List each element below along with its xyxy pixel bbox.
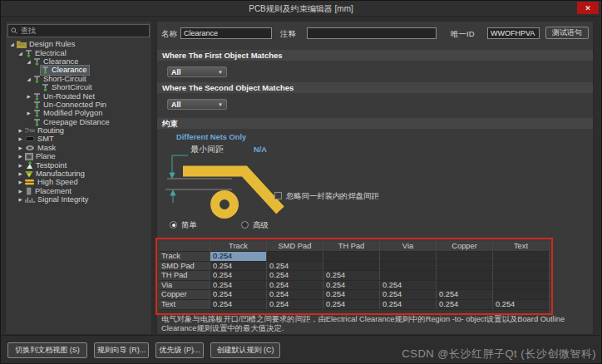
name-input[interactable] bbox=[180, 27, 272, 39]
tree-item-manufacturing[interactable]: ▶Manufacturing bbox=[6, 170, 151, 178]
priorities-button[interactable]: 优先级 (P)... bbox=[155, 342, 204, 358]
matrix-cell-smd-pad-via[interactable] bbox=[380, 262, 437, 272]
matrix-cell-text-smd-pad[interactable]: 0.254 bbox=[267, 300, 323, 310]
tree-item-smt[interactable]: ▶SMT bbox=[6, 135, 151, 143]
matrix-cell-smd-pad-text[interactable] bbox=[493, 262, 550, 272]
matrix-cell-th-pad-track[interactable]: 0.254 bbox=[210, 271, 267, 281]
expander-collapsed-icon[interactable]: ▶ bbox=[17, 170, 24, 178]
tree-item-un-connected-pin[interactable]: Un-Connected Pin bbox=[6, 101, 151, 109]
matrix-cell-copper-track[interactable]: 0.254 bbox=[210, 290, 267, 300]
first-scope-select[interactable]: All ▼ bbox=[167, 66, 227, 77]
tree-node[interactable]: Un-Routed Net bbox=[32, 91, 97, 100]
tree-item-placement[interactable]: ▶Placement bbox=[6, 187, 151, 195]
matrix-cell-smd-pad-smd-pad[interactable]: 0.254 bbox=[267, 262, 323, 272]
search-input[interactable] bbox=[19, 26, 149, 36]
switch-to-document-view-button[interactable]: 切换到文档视图 (S) bbox=[7, 342, 87, 358]
comment-input[interactable] bbox=[307, 27, 437, 39]
search-box[interactable] bbox=[7, 24, 150, 37]
matrix-cell-track-via[interactable] bbox=[380, 252, 437, 262]
matrix-cell-track-smd-pad[interactable] bbox=[267, 252, 323, 262]
tree-item-shortcircuit[interactable]: ShortCircuit bbox=[6, 83, 151, 91]
simple-mode-radio[interactable] bbox=[170, 221, 177, 229]
tree-node[interactable]: Testpoint bbox=[24, 160, 69, 169]
second-scope-select[interactable]: All ▼ bbox=[167, 99, 227, 110]
expander-collapsed-icon[interactable]: ▶ bbox=[17, 135, 24, 143]
matrix-cell-copper-text[interactable] bbox=[493, 290, 550, 300]
tree-node[interactable]: Clearance bbox=[41, 66, 89, 74]
matrix-cell-via-smd-pad[interactable]: 0.254 bbox=[267, 281, 323, 291]
expander-expanded-icon[interactable]: ◢ bbox=[25, 57, 32, 66]
matrix-cell-via-via[interactable]: 0.254 bbox=[380, 281, 437, 291]
test-query-button[interactable]: 测试语句 bbox=[545, 27, 589, 39]
matrix-cell-via-copper[interactable] bbox=[437, 281, 493, 291]
matrix-cell-copper-smd-pad[interactable]: 0.254 bbox=[267, 290, 323, 300]
matrix-cell-smd-pad-copper[interactable] bbox=[437, 262, 493, 272]
expander-collapsed-icon[interactable]: ▶ bbox=[17, 161, 24, 170]
tree-item-plane[interactable]: ▶Plane bbox=[6, 152, 151, 160]
matrix-cell-text-via[interactable]: 0.254 bbox=[380, 300, 437, 310]
tree-item-clearance[interactable]: ◢Clearance bbox=[6, 57, 151, 66]
tree-node[interactable]: Electrical bbox=[24, 48, 69, 57]
tree-node[interactable]: ShortCircuit bbox=[41, 83, 95, 91]
expander-collapsed-icon[interactable]: ▶ bbox=[25, 92, 32, 101]
tree-node[interactable]: Routing bbox=[24, 126, 67, 135]
tree-node[interactable]: ++Design Rules bbox=[16, 40, 77, 48]
expander-expanded-icon[interactable]: ◢ bbox=[17, 49, 24, 57]
tree-item-signal-integrity[interactable]: ▶Signal Integrity bbox=[6, 195, 151, 204]
expander-collapsed-icon[interactable]: ▶ bbox=[25, 109, 32, 117]
matrix-cell-th-pad-copper[interactable] bbox=[437, 271, 493, 281]
tree-node[interactable]: Placement bbox=[24, 187, 74, 195]
tree-node[interactable]: Clearance bbox=[32, 57, 81, 66]
tree-node[interactable]: Mask bbox=[24, 144, 58, 152]
tree-node[interactable]: High Speed bbox=[24, 178, 81, 186]
expander-collapsed-icon[interactable]: ▶ bbox=[17, 195, 24, 204]
tree-node[interactable]: Signal Integrity bbox=[24, 195, 91, 204]
tree-item-creepage-distance[interactable]: Creepage Distance bbox=[6, 118, 151, 126]
matrix-cell-track-text[interactable] bbox=[493, 252, 550, 262]
titlebar[interactable]: PCB规则及约束编辑器 [mm] ✕ bbox=[1, 1, 601, 17]
matrix-cell-copper-th-pad[interactable]: 0.254 bbox=[323, 290, 380, 300]
matrix-cell-copper-via[interactable]: 0.254 bbox=[380, 290, 437, 300]
tree-node[interactable]: Creepage Distance bbox=[32, 118, 112, 126]
tree-node[interactable]: Plane bbox=[24, 152, 58, 160]
matrix-cell-copper-copper[interactable]: 0.254 bbox=[437, 290, 493, 300]
matrix-cell-th-pad-text[interactable] bbox=[493, 271, 550, 281]
tree-item-high-speed[interactable]: ▶High Speed bbox=[6, 178, 151, 186]
expander-collapsed-icon[interactable]: ▶ bbox=[17, 144, 24, 152]
tree-item-design-rules[interactable]: ◢++Design Rules bbox=[6, 40, 151, 48]
matrix-cell-text-th-pad[interactable]: 0.254 bbox=[323, 300, 380, 310]
matrix-cell-text-text[interactable]: 0.254 bbox=[493, 300, 550, 310]
tree-item-testpoint[interactable]: ▶Testpoint bbox=[6, 160, 151, 169]
matrix-cell-smd-pad-th-pad[interactable] bbox=[323, 262, 380, 272]
matrix-cell-via-track[interactable]: 0.254 bbox=[210, 281, 267, 291]
expander-expanded-icon[interactable]: ◢ bbox=[25, 75, 32, 83]
tree-node[interactable]: Manufacturing bbox=[24, 170, 87, 178]
create-default-rules-button[interactable]: 创建默认规则 (C) bbox=[210, 342, 280, 358]
tree-node[interactable]: Modified Polygon bbox=[32, 109, 105, 117]
expander-collapsed-icon[interactable]: ▶ bbox=[17, 152, 24, 160]
tree-item-un-routed-net[interactable]: ▶Un-Routed Net bbox=[6, 91, 151, 100]
matrix-cell-track-th-pad[interactable] bbox=[323, 252, 380, 262]
rule-wizard-button[interactable]: 规则向导 (R)... bbox=[94, 342, 149, 358]
ignore-same-footprint-checkbox[interactable] bbox=[274, 192, 282, 199]
tree-item-electrical[interactable]: ◢Electrical bbox=[6, 48, 151, 57]
tree-item-mask[interactable]: ▶Mask bbox=[6, 144, 151, 152]
tree-item-clearance[interactable]: Clearance bbox=[6, 66, 151, 74]
tree-node[interactable]: Un-Connected Pin bbox=[32, 101, 109, 109]
expander-expanded-icon[interactable]: ◢ bbox=[8, 40, 16, 48]
tree-item-short-circuit[interactable]: ◢Short-Circuit bbox=[6, 75, 151, 83]
unique-id-input[interactable] bbox=[487, 27, 540, 39]
matrix-cell-track-track[interactable]: 0.254 bbox=[210, 252, 267, 262]
matrix-cell-via-th-pad[interactable]: 0.254 bbox=[323, 281, 380, 291]
matrix-cell-th-pad-via[interactable] bbox=[380, 271, 437, 281]
tree-item-modified-polygon[interactable]: ▶Modified Polygon bbox=[6, 109, 151, 117]
matrix-cell-text-track[interactable]: 0.254 bbox=[210, 300, 267, 310]
tree-node[interactable]: SMT bbox=[24, 135, 57, 143]
matrix-cell-track-copper[interactable] bbox=[437, 252, 493, 262]
close-button[interactable]: ✕ bbox=[577, 2, 599, 14]
expander-collapsed-icon[interactable]: ▶ bbox=[17, 178, 24, 186]
matrix-cell-th-pad-th-pad[interactable]: 0.254 bbox=[323, 271, 380, 281]
matrix-cell-smd-pad-track[interactable]: 0.254 bbox=[210, 262, 267, 272]
matrix-cell-th-pad-smd-pad[interactable]: 0.254 bbox=[267, 271, 323, 281]
tree-node[interactable]: Short-Circuit bbox=[32, 75, 89, 83]
